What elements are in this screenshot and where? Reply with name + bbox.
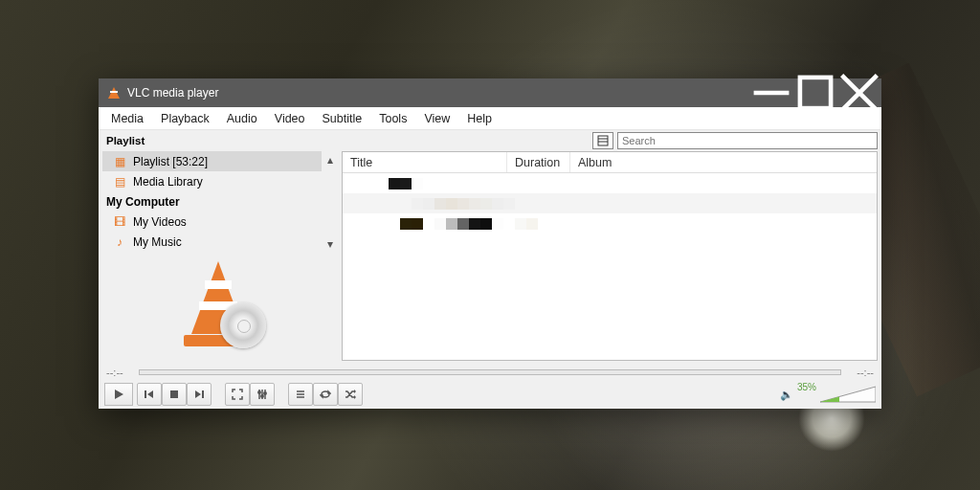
stop-button[interactable] [162, 383, 187, 406]
view-mode-button[interactable] [592, 132, 613, 149]
menu-video[interactable]: Video [266, 110, 314, 127]
column-album[interactable]: Album [570, 152, 877, 172]
svg-rect-1 [800, 78, 831, 108]
svg-rect-10 [170, 390, 178, 398]
svg-marker-25 [354, 395, 356, 399]
shuffle-button[interactable] [338, 383, 363, 406]
search-input-wrapper[interactable] [617, 132, 878, 149]
titlebar[interactable]: VLC media player [99, 78, 881, 107]
volume-percent: 35% [797, 382, 816, 392]
sidebar: ▦ Playlist [53:22] ▤ Media Library My Co… [102, 151, 338, 361]
fullscreen-button[interactable] [225, 383, 250, 406]
playlist-table: Title Duration Album [342, 151, 878, 361]
menu-view[interactable]: View [415, 110, 458, 127]
sidebar-item-label: My Videos [133, 215, 187, 229]
playback-controls: 🔈 35% [99, 380, 881, 409]
sidebar-section-my-computer: My Computer [102, 191, 322, 212]
svg-rect-12 [202, 390, 204, 398]
extended-settings-button[interactable] [250, 383, 275, 406]
menubar: Media Playback Audio Video Subtitle Tool… [99, 107, 881, 130]
menu-subtitle[interactable]: Subtitle [314, 110, 371, 127]
svg-point-16 [258, 391, 260, 393]
total-time: --:-- [847, 367, 874, 378]
svg-rect-8 [145, 390, 146, 398]
sidebar-item-label: Media Library [133, 175, 203, 189]
svg-marker-9 [147, 390, 153, 398]
library-icon: ▤ [112, 174, 127, 189]
column-title[interactable]: Title [343, 152, 507, 172]
scroll-down-icon[interactable]: ▾ [323, 237, 336, 250]
minimize-button[interactable] [749, 78, 793, 107]
menu-audio[interactable]: Audio [218, 110, 266, 127]
close-button[interactable] [837, 78, 881, 107]
svg-marker-24 [354, 390, 356, 393]
videos-icon: 🎞 [112, 214, 127, 230]
loop-button[interactable] [313, 383, 338, 406]
svg-marker-7 [115, 390, 123, 399]
window-title: VLC media player [127, 86, 749, 100]
maximize-button[interactable] [793, 78, 837, 107]
svg-point-18 [264, 392, 266, 394]
playlist-button[interactable] [288, 383, 313, 406]
next-button[interactable] [187, 383, 212, 406]
svg-marker-23 [321, 395, 323, 397]
menu-help[interactable]: Help [458, 110, 501, 127]
table-row[interactable] [343, 173, 877, 193]
seek-bar[interactable] [139, 369, 841, 375]
sidebar-item-label: Playlist [53:22] [133, 155, 208, 168]
table-row[interactable] [343, 193, 877, 213]
search-input[interactable] [622, 135, 873, 146]
previous-button[interactable] [137, 383, 162, 406]
sidebar-item-playlist[interactable]: ▦ Playlist [53:22] [102, 151, 322, 171]
elapsed-time: --:-- [106, 367, 133, 378]
vlc-cone-art [102, 252, 338, 361]
sidebar-item-media-library[interactable]: ▤ Media Library [102, 171, 322, 191]
svg-rect-4 [598, 136, 608, 145]
scroll-up-icon[interactable]: ▴ [323, 153, 336, 166]
sidebar-scrollbar[interactable]: ▴ ▾ [322, 151, 338, 252]
column-duration[interactable]: Duration [507, 152, 570, 172]
menu-media[interactable]: Media [102, 110, 152, 127]
sidebar-item-my-music[interactable]: ♪ My Music [102, 232, 322, 252]
play-button[interactable] [104, 383, 133, 406]
sidebar-item-my-videos[interactable]: 🎞 My Videos [102, 212, 322, 232]
table-row[interactable] [343, 213, 877, 234]
svg-marker-11 [195, 390, 201, 398]
vlc-window: VLC media player Media Playback Audio Vi… [99, 78, 881, 409]
playlist-header-label: Playlist [102, 135, 338, 146]
menu-playback[interactable]: Playback [152, 110, 218, 127]
speaker-icon[interactable]: 🔈 [780, 389, 793, 401]
playlist-icon: ▦ [112, 154, 127, 169]
music-icon: ♪ [112, 234, 127, 250]
menu-tools[interactable]: Tools [370, 110, 415, 127]
svg-marker-22 [328, 391, 330, 393]
svg-point-17 [261, 395, 263, 397]
vlc-cone-icon [106, 85, 122, 100]
volume-slider[interactable] [820, 386, 876, 403]
sidebar-item-label: My Music [133, 235, 182, 249]
column-headers[interactable]: Title Duration Album [343, 152, 877, 173]
